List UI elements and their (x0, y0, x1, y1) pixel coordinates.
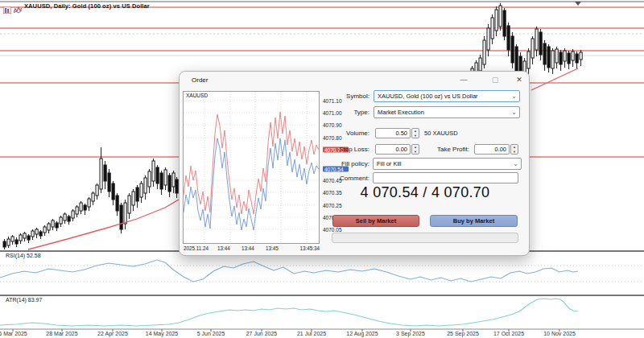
order-dialog: Order — ▢ ✕ XAUUSD 4071.104071.004070.90… (179, 71, 530, 256)
type-label: Type: (313, 109, 369, 116)
price-axis-label: 4070.25 (323, 203, 349, 208)
comment-label: Comment: (313, 175, 369, 182)
volume-input[interactable]: 0.50 (375, 128, 411, 138)
volume-label: Volume: (313, 130, 369, 137)
atr-indicator-label: ATR(14) 83.97 (6, 297, 42, 303)
bar-chart-icon (3, 2, 11, 10)
time-axis-label: 13:44 (242, 245, 254, 251)
dialog-title: Order (192, 76, 208, 84)
spin-down-icon[interactable]: ▼ (412, 134, 419, 138)
x-axis-label: 12 Aug 2025 (346, 331, 378, 336)
sell-by-market-button[interactable]: Sell by Market (332, 215, 419, 227)
x-axis-label: 6 Mar 2025 (0, 331, 27, 336)
x-axis-label: 28 Mar 2025 (46, 331, 77, 336)
order-type-value: Market Execution (378, 109, 424, 116)
close-icon[interactable]: ✕ (513, 74, 526, 86)
chevron-down-icon: ⌄ (511, 107, 517, 117)
fill-policy-select[interactable]: Fill or Kill ⌄ (373, 158, 522, 170)
bid-ask-quote: 4 070.54 / 4 070.70 (331, 184, 519, 201)
time-axis-label: 13:45:34 (299, 245, 320, 251)
time-axis-label: 13:45 (266, 245, 279, 251)
buy-by-market-button[interactable]: Buy by Market (430, 215, 518, 227)
symbol-label: Symbol: (313, 93, 369, 100)
price-axis-label: 4070.90 (323, 122, 349, 128)
chart-header: XAUUSD, Daily: Gold (100 oz) vs US Dolla… (3, 2, 150, 10)
x-axis-label: 14 May 2025 (146, 331, 178, 336)
tick-chart-canvas (184, 92, 319, 243)
x-axis-label: 21 Jul 2025 (297, 331, 326, 336)
x-axis-label: 3 Sep 2025 (396, 331, 425, 336)
tick-chart-plot: XAUUSD (183, 91, 320, 244)
comment-input[interactable] (373, 172, 518, 183)
symbol-value: XAUUSD, Gold (100 oz) vs US Dollar (378, 93, 478, 100)
time-axis-label: 2025.11.24 (184, 245, 208, 251)
take-profit-stepper[interactable]: ▲ ▼ (510, 144, 518, 155)
x-axis-label: 27 Jun 2025 (246, 331, 278, 336)
chevron-down-icon: ⌄ (511, 91, 517, 101)
order-type-select[interactable]: Market Execution ⌄ (374, 106, 520, 118)
symbol-select[interactable]: XAUUSD, Gold (100 oz) vs US Dollar ⌄ (374, 90, 520, 102)
fill-policy-value: Fill or Kill (377, 160, 401, 167)
price-axis-label: 4070.05 (323, 227, 349, 233)
x-axis-label: 17 Oct 2025 (493, 331, 524, 336)
dialog-titlebar[interactable]: Order — ▢ ✕ (180, 72, 529, 89)
stop-loss-input[interactable]: 0.00 (375, 144, 411, 155)
spin-down-icon[interactable]: ▼ (511, 150, 518, 155)
mt5-terminal-window: XAUUSD, Daily: Gold (100 oz) vs US Dolla… (0, 0, 644, 338)
chart-symbol-title: XAUUSD, Daily: Gold (100 oz) vs US Dolla… (24, 2, 150, 10)
volume-suffix: 50 XAUUSD (424, 130, 458, 137)
x-axis-label: 22 Apr 2025 (97, 331, 128, 336)
order-progress-strip (332, 233, 518, 243)
volume-stepper[interactable]: ▲ ▼ (411, 128, 419, 138)
take-profit-label: Take Profit: (413, 146, 469, 153)
x-axis-label: 5 Jun 2025 (197, 331, 225, 336)
chevron-down-icon: ⌄ (513, 159, 518, 169)
maximize-icon[interactable]: ▢ (489, 74, 502, 86)
take-profit-input[interactable]: 0.00 (474, 144, 510, 155)
time-axis-label: 13:44 (217, 245, 230, 251)
x-axis-label: 10 Nov 2025 (543, 331, 576, 336)
fill-policy-label: Fill policy: (313, 160, 369, 167)
x-axis-label: 25 Sep 2025 (447, 331, 479, 336)
tick-chart-icon (14, 2, 22, 10)
tick-chart-symbol: XAUUSD (186, 93, 208, 98)
stop-loss-label: Stop Loss: (313, 146, 369, 153)
rsi-indicator-label: RSI(14) 52.58 (6, 253, 41, 258)
minimize-icon[interactable]: — (457, 74, 470, 86)
